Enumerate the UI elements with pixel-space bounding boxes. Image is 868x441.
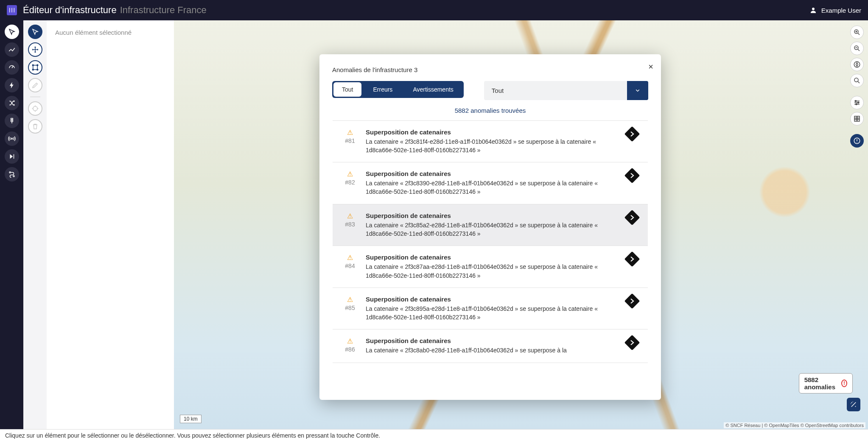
tool-pointer[interactable]	[5, 25, 19, 39]
anomaly-number: #82	[342, 179, 358, 186]
tool2-move[interactable]	[28, 42, 42, 57]
layers-button[interactable]	[850, 96, 864, 109]
anomalies-modal: Anomalies de l'infrastructure 3 × Tout E…	[319, 54, 661, 400]
anomalies-pill[interactable]: 5882 anomalies !	[799, 373, 853, 394]
anomaly-description: La catenaire « 2f3c85a2-e28d-11e8-a1ff-0…	[366, 221, 618, 238]
anomaly-title: Superposition de catenaires	[366, 128, 618, 136]
segment-all[interactable]: Tout	[333, 82, 361, 97]
gauge-icon	[8, 64, 16, 71]
segment-errors[interactable]: Erreurs	[363, 81, 403, 98]
segment-warnings[interactable]: Avertissements	[403, 81, 463, 98]
tool-shuffle[interactable]	[5, 96, 19, 110]
svg-point-3	[11, 138, 12, 140]
svg-point-14	[854, 78, 858, 82]
tool2-edit	[28, 78, 42, 92]
tool2-polygon[interactable]	[28, 60, 42, 75]
zoom-in-icon	[853, 28, 861, 36]
pencil-icon	[31, 81, 39, 89]
anomaly-title: Superposition de catenaires	[366, 212, 618, 219]
goto-button[interactable]	[624, 251, 640, 267]
anomaly-list[interactable]: ⚠#81Superposition de catenairesLa catena…	[332, 120, 648, 391]
tool-speed[interactable]	[5, 60, 19, 75]
goto-button[interactable]	[624, 335, 640, 351]
anomaly-row[interactable]: ⚠#85Superposition de catenairesLa catena…	[333, 288, 648, 330]
compass-button[interactable]	[850, 58, 864, 71]
warning-icon: ⚠	[342, 337, 358, 345]
modal-close-button[interactable]: ×	[648, 62, 653, 72]
zoom-out-icon	[853, 45, 861, 52]
severity-segmented: Tout Erreurs Avertissements	[332, 81, 464, 98]
svg-rect-1	[11, 118, 13, 120]
grid-button[interactable]	[850, 112, 864, 126]
svg-point-0	[812, 8, 815, 10]
polyline-icon	[8, 46, 16, 53]
map-canvas[interactable]: 10 km © SNCF Réseau | © OpenMapTiles © O…	[174, 20, 868, 429]
tool2-target	[28, 101, 42, 116]
zoom-in-button[interactable]	[850, 25, 864, 39]
target-icon	[31, 105, 39, 112]
modal-title: Anomalies de l'infrastructure 3	[332, 66, 648, 73]
anomaly-number: #85	[342, 304, 358, 311]
skip-icon	[8, 153, 16, 160]
search-map-button[interactable]	[850, 74, 864, 87]
filter-dropdown[interactable]: Tout	[484, 81, 648, 100]
goto-button[interactable]	[624, 209, 640, 225]
secondary-toolbar	[23, 20, 47, 429]
bolt-icon	[8, 81, 16, 89]
selection-panel: Aucun élément sélectionné	[47, 20, 174, 429]
warning-icon: ⚠	[342, 170, 358, 178]
arrow-icon	[628, 130, 636, 138]
arrow-icon	[628, 172, 636, 179]
signal-icon	[8, 117, 16, 125]
goto-button[interactable]	[624, 168, 640, 184]
warning-icon: ⚠	[342, 296, 358, 304]
tool-signal[interactable]	[5, 114, 19, 128]
grid-icon	[853, 115, 861, 123]
tool-route[interactable]	[5, 167, 19, 181]
anomalies-button[interactable]	[850, 134, 864, 148]
svg-point-10	[33, 106, 37, 111]
warning-icon: ⚠	[342, 254, 358, 262]
anomaly-row[interactable]: ⚠#81Superposition de catenairesLa catena…	[333, 120, 648, 163]
alert-circle-icon	[853, 137, 861, 145]
svg-point-5	[13, 176, 14, 177]
anomaly-number: #84	[342, 262, 358, 269]
anomaly-row[interactable]: ⚠#84Superposition de catenairesLa catena…	[333, 246, 648, 288]
broadcast-icon	[8, 135, 16, 142]
svg-rect-2	[11, 120, 13, 122]
anomaly-title: Superposition de catenaires	[366, 337, 618, 344]
move-icon	[31, 46, 39, 53]
zoom-out-button[interactable]	[850, 42, 864, 55]
goto-button[interactable]	[624, 293, 640, 309]
map-controls	[850, 25, 864, 148]
tool2-delete	[28, 119, 42, 134]
arrow-icon	[628, 214, 636, 221]
anomaly-row[interactable]: ⚠#82Superposition de catenairesLa catena…	[333, 162, 648, 204]
anomaly-title: Superposition de catenaires	[366, 170, 618, 177]
goto-button[interactable]	[624, 126, 640, 142]
trash-icon	[31, 123, 39, 130]
polygon-icon	[31, 64, 39, 71]
warning-icon: ⚠	[342, 212, 358, 220]
anomaly-number: #83	[342, 221, 358, 228]
anomaly-row[interactable]: ⚠#86Superposition de catenairesLa catena…	[333, 329, 648, 363]
anomaly-row[interactable]: ⚠#83Superposition de catenairesLa catena…	[333, 204, 648, 246]
anomaly-title: Superposition de catenaires	[366, 296, 618, 303]
magic-wand-button[interactable]	[847, 398, 860, 411]
tool-line[interactable]	[5, 42, 19, 57]
anomaly-description: La catenaire « 2f3c895a-e28d-11e8-a1ff-0…	[366, 304, 618, 322]
status-bar: Cliquez sur un élément pour le sélection…	[0, 429, 868, 441]
tool-power[interactable]	[5, 78, 19, 92]
tool2-pointer[interactable]	[28, 25, 42, 39]
tool-broadcast[interactable]	[5, 131, 19, 146]
route-icon	[8, 170, 16, 178]
anomaly-description: La catenaire « 2f3c81f4-e28d-11e8-a1ff-0…	[366, 137, 618, 155]
dropdown-toggle[interactable]	[627, 81, 648, 100]
app-subtitle: Infrastructure France	[120, 5, 207, 16]
tool-next[interactable]	[5, 149, 19, 164]
anomaly-description: La catenaire « 2f3c8ab0-e28d-11e8-a1ff-0…	[366, 346, 618, 354]
search-icon	[853, 77, 861, 84]
user-menu[interactable]: Example User	[809, 6, 861, 14]
toolbar-divider	[30, 97, 40, 97]
dropdown-value: Tout	[484, 81, 627, 100]
